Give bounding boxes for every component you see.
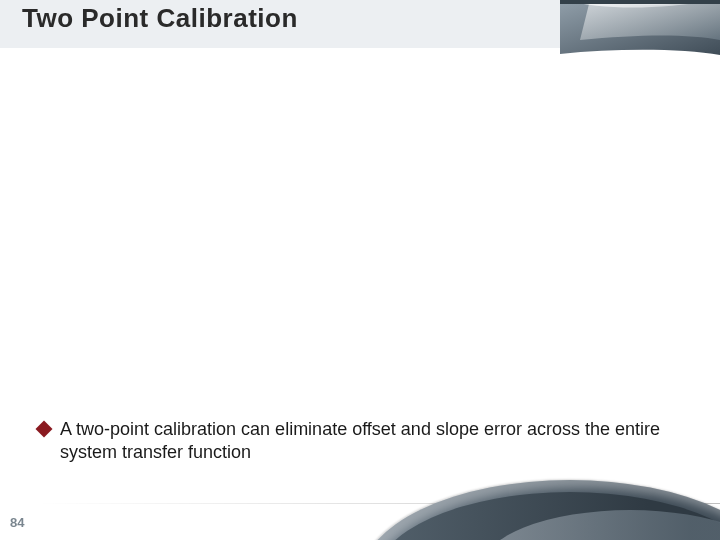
bullet-row: A two-point calibration can eliminate of…: [38, 418, 690, 463]
footer-arc-overlay-icon: [480, 510, 720, 540]
footer-decoration: [0, 498, 720, 540]
diamond-bullet-icon: [36, 421, 53, 438]
bullet-text: A two-point calibration can eliminate of…: [60, 418, 690, 463]
slide: Two Point Calibration A two-point calibr…: [0, 0, 720, 540]
slide-title: Two Point Calibration: [22, 3, 298, 34]
page-number: 84: [10, 515, 24, 530]
corner-decoration: [560, 0, 720, 55]
footer-arc-icon: [360, 480, 720, 540]
